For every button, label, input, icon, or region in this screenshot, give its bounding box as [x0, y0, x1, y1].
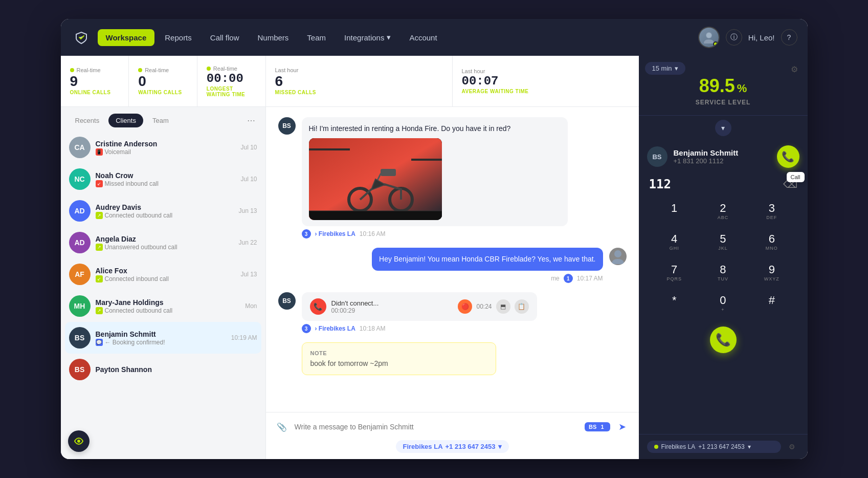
dialpad-key-5[interactable]: 5 JKL	[700, 228, 746, 257]
dialpad-key-*[interactable]: *	[651, 290, 698, 318]
contact-item-noah[interactable]: NC Noah Crow ↙ Missed inbound call Jul 1…	[65, 163, 261, 195]
message-time: 10:18 AM	[360, 325, 386, 332]
contact-date: Jun 13	[238, 207, 257, 214]
key-sub: MNO	[766, 246, 778, 252]
key-number: 9	[769, 264, 775, 275]
nav-reports[interactable]: Reports	[157, 29, 200, 46]
chat-message-msg1: BS Hi! I'm interested in renting a Honda…	[278, 117, 627, 238]
stat-longest-wait: Real-time 00:00 LONGEST WAITING TIME	[197, 56, 265, 106]
stat-dot	[207, 67, 211, 71]
contact-avatar: AD	[69, 200, 91, 222]
service-level-label: SERVICE LEVEL	[696, 99, 750, 106]
dialpad-key-9[interactable]: 9 WXYZ	[748, 259, 795, 288]
stat-value: 9	[70, 74, 78, 89]
chevron-down-icon: ▾	[498, 443, 502, 450]
key-number: *	[672, 295, 677, 306]
contact-item-payton[interactable]: BS Payton Shannon	[65, 354, 261, 385]
channel-settings-button[interactable]: ⚙	[785, 440, 799, 454]
dialpad-key-7[interactable]: 7 PQRS	[651, 259, 698, 288]
sender-badge: BS 1	[585, 422, 610, 431]
key-number: 1	[671, 203, 677, 214]
status-icon: ↗	[96, 212, 103, 219]
message-content: 📞 Didn't connect... 00:00:29 🔴 00:24 ⬒ 📋…	[302, 292, 627, 333]
svg-point-12	[614, 250, 621, 257]
contact-status: 📱 Voicemail	[96, 148, 236, 156]
key-sub: PQRS	[666, 276, 682, 283]
sender-count: 1	[598, 424, 606, 430]
dialpad-key-2[interactable]: 2 ABC	[700, 198, 746, 226]
dialpad-key-0[interactable]: 0 +	[700, 290, 746, 318]
nav-team[interactable]: Team	[299, 29, 334, 46]
call-record-save[interactable]: 📋	[515, 299, 529, 314]
message-image	[309, 138, 442, 220]
tab-recents[interactable]: Recents	[68, 114, 107, 127]
contact-item-audrey[interactable]: AD Audrey Davis ↗ Connected outbound cal…	[65, 195, 261, 227]
avatar[interactable]	[698, 27, 720, 48]
nav-workspace[interactable]: Workspace	[98, 29, 155, 46]
contact-name: Benjamin Schmitt	[96, 330, 226, 338]
dialpad-key-4[interactable]: 4 GHI	[651, 228, 698, 257]
nav-integrations[interactable]: Integrations ▾	[336, 29, 399, 46]
dialpad-contact-avatar: BS	[647, 146, 667, 167]
left-panel: Real-time 9 ONLINE CALLS Real-time 0 WAI…	[61, 56, 265, 459]
contact-item-benjamin[interactable]: BS Benjamin Schmitt 💬 ← Booking confirme…	[65, 322, 261, 354]
bottom-channel-pill[interactable]: Firebikes LA +1 213 647 2453 ▾	[647, 441, 781, 453]
time-select[interactable]: 15 min ▾	[645, 62, 685, 75]
key-sub: ABC	[718, 215, 729, 221]
dialpad-key-#[interactable]: #	[748, 290, 795, 318]
stat-value: 00:00	[207, 73, 243, 85]
dialpad-key-1[interactable]: 1	[651, 198, 698, 226]
dialpad-green-call-button[interactable]: 📞	[710, 327, 737, 353]
dialpad-call-row: 📞	[639, 322, 808, 359]
eye-fab-button[interactable]	[68, 430, 90, 452]
dialpad-key-3[interactable]: 3 DEF	[748, 198, 795, 226]
call-raw-duration: 00:00:29	[331, 307, 379, 314]
key-sub: TUV	[718, 276, 728, 283]
contact-item-alice[interactable]: AF Alice Fox ↙ Connected inbound call Ju…	[65, 258, 261, 290]
key-number: 4	[671, 233, 677, 245]
nav-numbers[interactable]: Numbers	[249, 29, 297, 46]
nav-account[interactable]: Account	[401, 29, 445, 46]
info-button[interactable]: ⓘ	[726, 29, 742, 46]
dialpad-key-6[interactable]: 6 MNO	[748, 228, 795, 257]
contact-item-cristine[interactable]: CA Cristine Anderson 📱 Voicemail Jul 10	[65, 132, 261, 163]
message-meta: 3 › Firebikes LA 10:18 AM	[302, 324, 627, 333]
svg-rect-11	[411, 159, 442, 161]
help-button[interactable]: ?	[781, 29, 797, 46]
contact-date: Jun 22	[238, 239, 257, 246]
channel-selector[interactable]: Firebikes LA +1 213 647 2453 ▾	[396, 440, 509, 453]
attach-button[interactable]: 📎	[274, 419, 290, 434]
message-input[interactable]	[295, 420, 580, 434]
key-number: 2	[720, 203, 726, 214]
contact-name: Alice Fox	[96, 267, 236, 275]
online-indicator	[713, 41, 718, 47]
tab-clients[interactable]: Clients	[108, 114, 143, 127]
nav-callflow[interactable]: Call flow	[202, 29, 248, 46]
dialpad-key-8[interactable]: 8 TUV	[700, 259, 746, 288]
sl-settings-button[interactable]: ⚙	[787, 62, 802, 76]
key-number: 7	[671, 264, 677, 275]
status-icon: 💬	[96, 339, 103, 346]
channel-name: Firebikes LA	[403, 443, 443, 450]
contact-item-angela[interactable]: AD Angela Diaz ↗ Unanswered outbound cal…	[65, 227, 261, 258]
send-button[interactable]: ➤	[614, 419, 631, 435]
call-record-play[interactable]: 🔴	[458, 299, 472, 314]
contact-status: ↗ Connected outbound call	[96, 212, 234, 219]
key-sub: DEF	[766, 215, 777, 221]
contact-info: Alice Fox ↙ Connected inbound call	[96, 267, 236, 283]
contact-item-maryjane[interactable]: MH Mary-Jane Holdings ↗ Connected outbou…	[65, 290, 261, 322]
contact-name: Mary-Jane Holdings	[96, 298, 240, 307]
stat-sublabel: LONGEST WAITING TIME	[207, 86, 256, 97]
tab-team[interactable]: Team	[145, 114, 176, 127]
call-record-expand[interactable]: ⬒	[496, 299, 510, 314]
contact-info: Audrey Davis ↗ Connected outbound call	[96, 203, 234, 219]
dialpad-call-button[interactable]: 📞 Call	[777, 145, 799, 168]
contact-avatar: NC	[69, 168, 91, 190]
extra-stats-row: Last hour 6 MISSED CALLS Last hour 00:07…	[266, 56, 639, 107]
tab-more-button[interactable]: ⋯	[244, 113, 258, 127]
service-level-value: 89.5	[699, 75, 735, 97]
contact-avatar: BS	[69, 359, 91, 380]
stat-label-top: Last hour	[275, 67, 299, 73]
collapse-button[interactable]: ▾	[715, 120, 731, 136]
stat-sublabel: ONLINE CALLS	[70, 90, 111, 95]
